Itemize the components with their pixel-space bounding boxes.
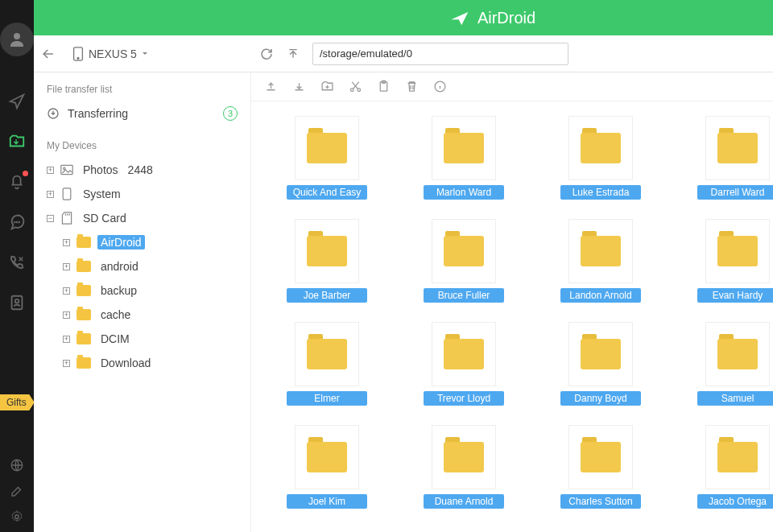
folder-item[interactable]: Duane Arnold [407, 425, 520, 509]
tree-label: cache [97, 307, 134, 322]
expand-icon[interactable]: + [63, 263, 70, 270]
folder-item[interactable]: Trevor Lloyd [407, 322, 520, 406]
folder-thumbnail [432, 425, 496, 489]
folder-name: Marlon Ward [424, 185, 504, 200]
device-selector[interactable]: NEXUS 5 [72, 47, 148, 61]
tree-folder-android[interactable]: +android [58, 254, 250, 278]
folder-thumbnail [705, 322, 770, 386]
send-icon[interactable] [8, 93, 26, 110]
info-icon[interactable] [433, 80, 447, 93]
tree-label: System [80, 187, 124, 201]
folder-icon [76, 309, 91, 320]
delete-icon[interactable] [405, 80, 419, 93]
folder-item[interactable]: Quick And Easy [271, 116, 383, 200]
refresh-icon[interactable] [259, 47, 274, 61]
tree-sdcard[interactable]: − SD Card [34, 206, 250, 230]
folder-thumbnail [432, 219, 496, 283]
folder-thumbnail [705, 425, 770, 489]
expand-icon[interactable]: + [63, 287, 70, 295]
folder-icon [581, 236, 621, 266]
phone-icon [60, 188, 73, 200]
notifications-icon[interactable] [8, 173, 26, 191]
tree-system[interactable]: + System [34, 182, 250, 206]
folder-item[interactable]: Elmer [271, 322, 383, 406]
tree-folder-backup[interactable]: +backup [58, 278, 250, 303]
transferring-label: Transferring [68, 107, 128, 120]
folder-name: Bruce Fuller [424, 288, 504, 303]
folder-icon [717, 236, 758, 266]
avatar[interactable] [0, 23, 34, 56]
folder-item[interactable]: Landon Arnold [544, 219, 657, 303]
folder-item[interactable]: Charles Sutton [544, 425, 657, 509]
folder-thumbnail [705, 219, 770, 283]
folder-thumbnail [568, 322, 633, 386]
folder-thumbnail [432, 322, 496, 386]
transferring-row[interactable]: Transferring 3 [34, 100, 250, 127]
up-folder-icon[interactable] [287, 47, 300, 60]
device-tree: + Photos 2448 + System − SD Card +AirDro… [34, 156, 250, 377]
folder-icon [76, 357, 91, 369]
svg-point-1 [14, 222, 15, 223]
expand-icon[interactable]: + [63, 336, 70, 343]
folder-thumbnail [295, 322, 359, 386]
app-rail: Gifts [0, 0, 34, 532]
svg-point-12 [77, 57, 79, 59]
folder-icon [717, 442, 758, 472]
contacts-icon[interactable] [8, 294, 26, 311]
settings-icon[interactable] [10, 509, 24, 524]
folder-icon [444, 236, 484, 266]
new-folder-icon[interactable] [320, 80, 334, 93]
folder-item[interactable]: Darrell Ward [681, 116, 773, 200]
folder-icon [581, 442, 621, 472]
path-input[interactable] [312, 43, 568, 65]
folder-name: Charles Sutton [560, 494, 641, 509]
expand-icon[interactable]: + [63, 239, 70, 246]
files-icon[interactable] [8, 133, 26, 151]
folder-item[interactable]: Jacob Ortega [681, 425, 773, 509]
folder-item[interactable]: Evan Hardy [681, 219, 773, 303]
toolbar: NEXUS 5 [34, 35, 773, 72]
folder-icon [307, 133, 347, 163]
gifts-tag[interactable]: Gifts [0, 394, 35, 410]
tree-folder-airdroid[interactable]: +AirDroid [58, 230, 250, 254]
expand-icon[interactable]: + [47, 167, 54, 174]
folder-name: Luke Estrada [560, 185, 641, 200]
folder-item[interactable]: Bruce Fuller [407, 219, 520, 303]
folder-item[interactable]: Marlon Ward [407, 116, 520, 200]
expand-icon[interactable]: + [63, 360, 70, 367]
tree-photos[interactable]: + Photos 2448 [34, 158, 250, 182]
download-icon[interactable] [292, 80, 306, 93]
collapse-icon[interactable]: − [47, 215, 54, 222]
tree-label: SD Card [80, 211, 130, 225]
folder-item[interactable]: Danny Boyd [544, 322, 657, 406]
folder-icon [581, 133, 621, 163]
brand: AirDroid [449, 6, 535, 29]
back-icon[interactable] [40, 46, 56, 62]
tree-folder-download[interactable]: +Download [58, 351, 250, 375]
folder-name: Joe Barber [287, 288, 367, 303]
upload-icon[interactable] [264, 80, 278, 93]
folder-item[interactable]: Joe Barber [271, 219, 383, 303]
expand-icon[interactable]: + [63, 311, 70, 319]
sidebar: File transfer list Transferring 3 My Dev… [34, 72, 251, 532]
svg-point-0 [14, 33, 20, 39]
tree-folder-dcim[interactable]: +DCIM [58, 327, 250, 351]
folder-name: Danny Boyd [560, 391, 641, 406]
paste-icon[interactable] [377, 80, 391, 93]
calls-icon[interactable] [8, 254, 26, 271]
folder-icon [76, 237, 91, 248]
folder-item[interactable]: Luke Estrada [544, 116, 657, 200]
folder-icon [444, 133, 484, 163]
tree-label: DCIM [97, 332, 133, 346]
folder-name: Trevor Lloyd [424, 391, 504, 406]
tree-folder-cache[interactable]: +cache [58, 303, 250, 327]
messages-icon[interactable] [8, 213, 26, 231]
folder-thumbnail [568, 116, 633, 180]
globe-icon[interactable] [10, 458, 24, 472]
folder-item[interactable]: Samuel [681, 322, 773, 406]
action-bar [251, 72, 773, 101]
folder-item[interactable]: Joel Kim [271, 425, 383, 509]
expand-icon[interactable]: + [47, 191, 54, 198]
cut-icon[interactable] [349, 80, 362, 93]
edit-icon[interactable] [10, 484, 24, 498]
